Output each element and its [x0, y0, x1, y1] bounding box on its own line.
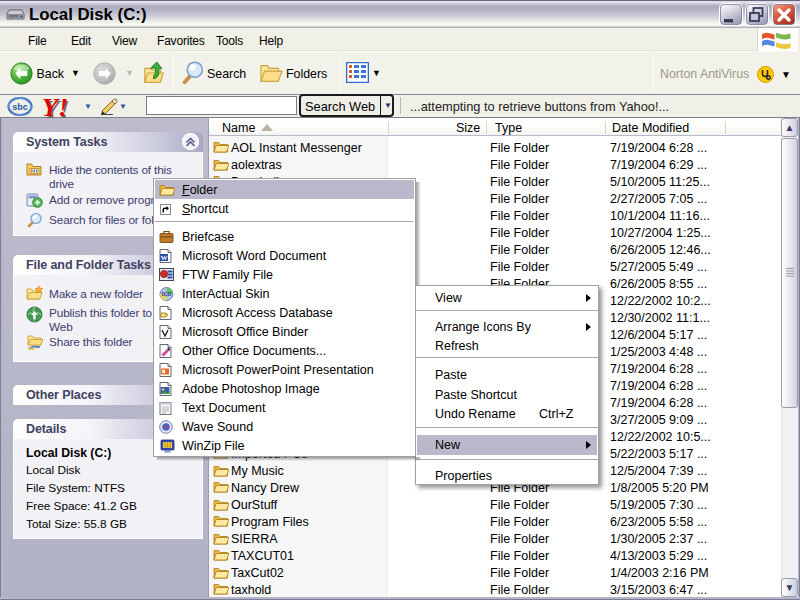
svg-text:DVD: DVD: [162, 292, 172, 297]
svg-text:W: W: [161, 254, 168, 262]
svg-text:sbc: sbc: [12, 102, 28, 112]
